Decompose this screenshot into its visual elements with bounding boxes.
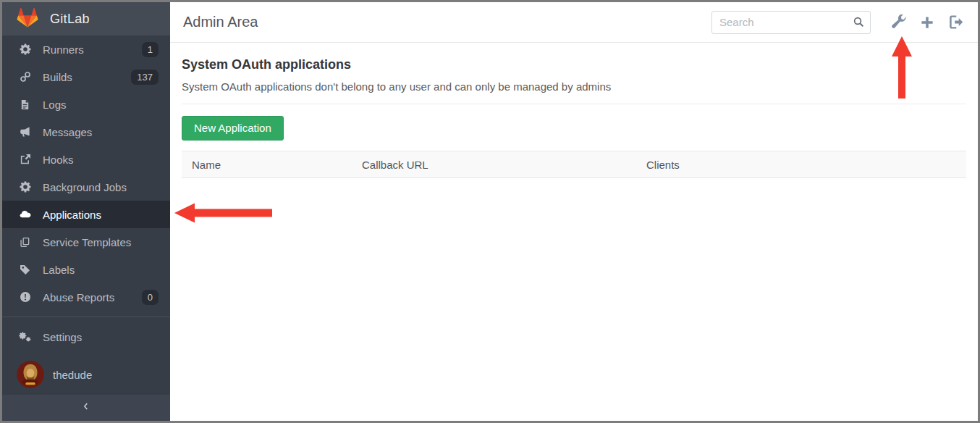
admin-area-window: GitLab Runners 1 Builds 137	[2, 2, 978, 421]
sidebar-item-builds[interactable]: Builds 137	[2, 63, 170, 91]
exclamation-circle-icon	[19, 291, 31, 303]
sidebar-item-abuse-reports[interactable]: Abuse Reports 0	[2, 283, 170, 311]
file-icon	[19, 99, 31, 111]
sidebar-header[interactable]: GitLab	[2, 2, 170, 35]
sign-out-button[interactable]	[948, 14, 963, 30]
sidebar-item-label: Service Templates	[43, 236, 131, 248]
sidebar-item-hooks[interactable]: Hooks	[2, 146, 170, 173]
copy-icon	[19, 236, 31, 248]
bullhorn-icon	[19, 126, 31, 138]
column-header-name: Name	[182, 159, 362, 171]
gear-icon	[19, 181, 31, 193]
gitlab-logo-icon	[17, 7, 38, 31]
cloud-icon	[19, 209, 31, 221]
sidebar-item-logs[interactable]: Logs	[2, 91, 170, 118]
sidebar-item-label: Logs	[43, 99, 67, 111]
new-project-plus-button[interactable]	[920, 15, 934, 30]
top-bar: Admin Area	[170, 2, 978, 43]
sidebar-item-label: Runners	[43, 43, 84, 56]
sidebar-item-messages[interactable]: Messages	[2, 118, 170, 146]
avatar	[17, 361, 44, 388]
sidebar-divider	[2, 317, 170, 317]
brand-name: GitLab	[50, 12, 90, 27]
column-header-clients: Clients	[646, 159, 966, 171]
sidebar-item-background-jobs[interactable]: Background Jobs	[2, 173, 170, 201]
sidebar-nav: Runners 1 Builds 137 Logs Me	[2, 35, 170, 389]
page-title: Admin Area	[183, 14, 258, 30]
builds-count-badge: 137	[131, 70, 159, 85]
section-description: System OAuth applications don't belong t…	[182, 80, 966, 93]
search-input[interactable]	[711, 11, 871, 34]
sidebar-user[interactable]: thedude	[2, 360, 170, 389]
search-icon	[853, 16, 865, 31]
search-box	[711, 11, 871, 34]
link-icon	[19, 71, 31, 83]
external-link-icon	[19, 154, 31, 166]
gear-icon	[19, 43, 31, 56]
new-application-button[interactable]: New Application	[182, 116, 284, 141]
column-header-callback-url: Callback URL	[362, 159, 646, 171]
sidebar-item-label: Applications	[43, 209, 101, 221]
sidebar: GitLab Runners 1 Builds 137	[2, 2, 170, 421]
sidebar-collapse-toggle[interactable]	[2, 395, 170, 421]
sidebar-item-runners[interactable]: Runners 1	[2, 35, 170, 63]
sidebar-item-label: Abuse Reports	[43, 291, 114, 303]
username: thedude	[53, 369, 92, 381]
gears-icon	[19, 331, 31, 343]
top-bar-controls	[711, 11, 963, 34]
admin-wrench-button[interactable]	[891, 14, 906, 30]
sidebar-item-label: Settings	[43, 331, 82, 343]
sidebar-item-settings[interactable]: Settings	[2, 323, 170, 351]
sidebar-item-labels[interactable]: Labels	[2, 256, 170, 283]
chevron-left-icon	[81, 401, 91, 414]
main-area: Admin Area System	[170, 2, 978, 421]
runners-count-badge: 1	[142, 42, 159, 57]
annotation-arrow-left-icon	[174, 202, 272, 227]
sidebar-item-label: Messages	[43, 126, 92, 138]
sidebar-item-applications[interactable]: Applications	[2, 201, 170, 228]
sidebar-item-label: Builds	[43, 71, 72, 83]
sidebar-item-service-templates[interactable]: Service Templates	[2, 228, 170, 256]
sidebar-item-label: Labels	[43, 264, 75, 276]
section-divider	[182, 104, 966, 104]
abuse-reports-count-badge: 0	[142, 290, 159, 305]
sidebar-item-label: Background Jobs	[43, 181, 127, 193]
sidebar-item-label: Hooks	[43, 154, 74, 166]
applications-table-header: Name Callback URL Clients	[182, 151, 966, 178]
tag-icon	[19, 264, 31, 276]
oauth-applications-section: System OAuth applications System OAuth a…	[170, 43, 978, 178]
section-heading: System OAuth applications	[182, 57, 966, 72]
